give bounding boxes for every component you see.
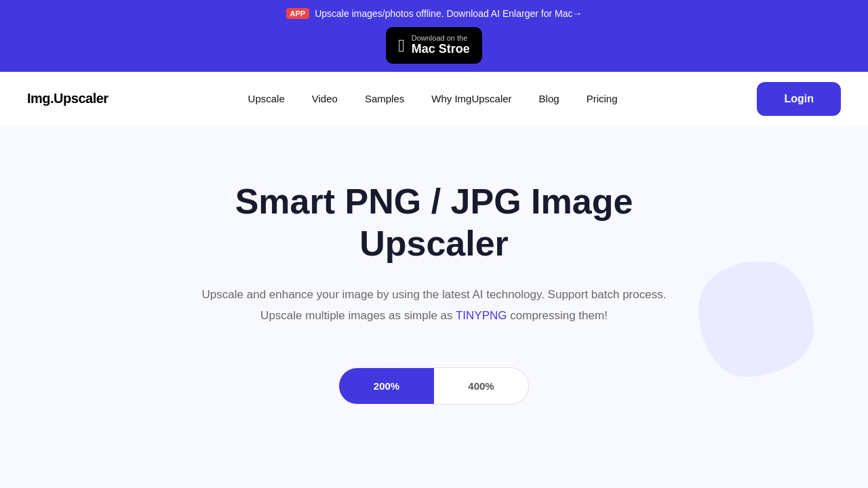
nav-link-why[interactable]: Why ImgUpscaler [431,93,511,104]
nav-link-video[interactable]: Video [312,93,338,104]
decorative-blob [698,262,814,377]
toggle-container: 200% 400% [27,367,841,405]
hero-description: Upscale and enhance your image by using … [197,285,671,326]
nav-item-blog[interactable]: Blog [539,93,559,105]
nav-link-blog[interactable]: Blog [539,93,559,104]
banner-message: Upscale images/photos offline. Download … [315,8,582,19]
nav-link-upscale[interactable]: Upscale [248,93,285,104]
nav-links: Upscale Video Samples Why ImgUpscaler Bl… [248,93,618,105]
hero-title: Smart PNG / JPG Image Upscaler [163,180,705,265]
nav-item-pricing[interactable]: Pricing [587,93,618,105]
login-button[interactable]: Login [757,82,841,116]
hero-section: Smart PNG / JPG Image Upscaler Upscale a… [0,126,868,479]
nav-item-video[interactable]: Video [312,93,338,105]
nav-link-samples[interactable]: Samples [365,93,404,104]
banner: APP Upscale images/photos offline. Downl… [0,0,868,72]
logo[interactable]: Img.Upscaler [27,91,108,106]
mac-store-button[interactable]:  Download on the Mac Stroe [386,27,482,64]
tinypng-link[interactable]: TINYPNG [456,309,507,322]
banner-text: APP Upscale images/photos offline. Downl… [286,8,583,19]
nav-item-why[interactable]: Why ImgUpscaler [431,93,511,105]
apple-icon:  [398,37,405,54]
toggle-200-button[interactable]: 200% [339,368,434,404]
store-name-label: Mac Stroe [412,42,470,57]
download-on-label: Download on the [412,34,468,42]
toggle-400-button[interactable]: 400% [434,367,529,405]
hero-desc-after: compressing them! [507,309,608,322]
mac-store-text: Download on the Mac Stroe [412,34,470,57]
nav-link-pricing[interactable]: Pricing [587,93,618,104]
nav-item-samples[interactable]: Samples [365,93,404,105]
nav-item-upscale[interactable]: Upscale [248,93,285,105]
navbar: Img.Upscaler Upscale Video Samples Why I… [0,72,868,126]
app-badge: APP [286,8,310,19]
